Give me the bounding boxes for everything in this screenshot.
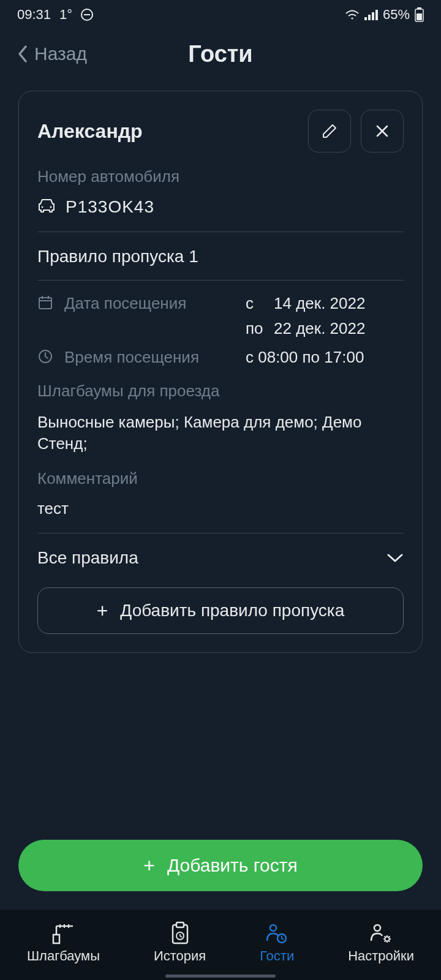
barriers-value: Выносные камеры; Камера для демо; Демо С…: [37, 412, 404, 454]
svg-point-25: [374, 925, 380, 931]
clock-icon: [37, 349, 53, 367]
svg-rect-2: [372, 12, 374, 20]
plate-value: P133OK43: [66, 197, 154, 217]
plus-icon: +: [143, 854, 155, 877]
nav-guests-label: Гости: [260, 948, 294, 964]
svg-rect-9: [39, 298, 51, 309]
nav-settings[interactable]: Настройки: [348, 921, 414, 964]
nav-barriers[interactable]: Шлагбаумы: [27, 921, 100, 964]
guests-icon: [265, 921, 289, 946]
svg-point-26: [385, 937, 390, 941]
add-rule-label: Добавить правило пропуска: [120, 601, 344, 620]
settings-icon: [369, 921, 393, 946]
date-from-prefix: с: [246, 294, 268, 313]
time-value: с 08:00 по 17:00: [246, 348, 364, 367]
svg-rect-1: [368, 15, 371, 20]
back-button[interactable]: Назад: [17, 43, 87, 64]
date-from: 14 дек. 2022: [274, 294, 365, 313]
barriers-label: Шлагбаумы для проезда: [37, 382, 404, 401]
home-indicator[interactable]: [165, 974, 276, 978]
battery-icon: [415, 7, 424, 22]
page-title: Гости: [188, 41, 252, 67]
svg-rect-0: [364, 17, 367, 20]
dnd-icon: [81, 9, 93, 21]
close-button[interactable]: [361, 110, 404, 153]
nav-barriers-label: Шлагбаумы: [27, 948, 100, 964]
status-bar: 09:31 1° 65%: [0, 0, 441, 29]
svg-point-8: [50, 206, 52, 208]
close-icon: [375, 124, 390, 138]
time-label: Время посещения: [64, 348, 199, 367]
comment-label: Комментарий: [37, 469, 404, 488]
svg-point-7: [42, 206, 43, 208]
app-header: Назад Гости: [0, 29, 441, 78]
nav-guests[interactable]: Гости: [260, 921, 294, 964]
chevron-left-icon: [17, 45, 28, 63]
svg-rect-21: [176, 922, 184, 927]
comment-value: тест: [37, 499, 404, 533]
svg-rect-3: [375, 10, 378, 20]
nav-history-label: История: [154, 948, 206, 964]
signal-icon: [364, 9, 378, 20]
add-guest-button[interactable]: + Добавить гостя: [18, 840, 423, 891]
svg-rect-14: [53, 935, 59, 943]
bottom-nav: Шлагбаумы История Гости: [0, 910, 441, 980]
add-rule-button[interactable]: + Добавить правило пропуска: [37, 587, 404, 634]
date-label: Дата посещения: [64, 294, 186, 313]
back-label: Назад: [34, 43, 87, 64]
car-icon: [37, 198, 56, 216]
plus-icon: +: [97, 600, 108, 622]
status-battery: 65%: [383, 7, 410, 23]
nav-settings-label: Настройки: [348, 948, 414, 964]
all-rules-label: Все правила: [37, 548, 138, 568]
wifi-icon: [345, 9, 360, 21]
status-time: 09:31: [17, 7, 51, 23]
pencil-icon: [321, 123, 338, 140]
date-to: 22 дек. 2022: [274, 319, 365, 338]
clipboard-icon: [169, 921, 191, 946]
guest-card: Александр Номер автомобиля: [18, 91, 423, 653]
rule-title: Правило пропуска 1: [37, 247, 404, 281]
barrier-icon: [51, 921, 75, 946]
svg-rect-6: [417, 13, 422, 20]
svg-point-23: [270, 925, 276, 931]
date-to-prefix: по: [246, 319, 268, 338]
add-guest-label: Добавить гостя: [167, 855, 298, 876]
edit-button[interactable]: [308, 110, 351, 153]
nav-history[interactable]: История: [154, 921, 206, 964]
all-rules-toggle[interactable]: Все правила: [37, 548, 404, 568]
guest-name: Александр: [37, 120, 143, 143]
status-temp: 1°: [59, 7, 72, 23]
chevron-down-icon: [386, 553, 404, 563]
calendar-icon: [37, 295, 53, 313]
plate-label: Номер автомобиля: [37, 167, 404, 186]
